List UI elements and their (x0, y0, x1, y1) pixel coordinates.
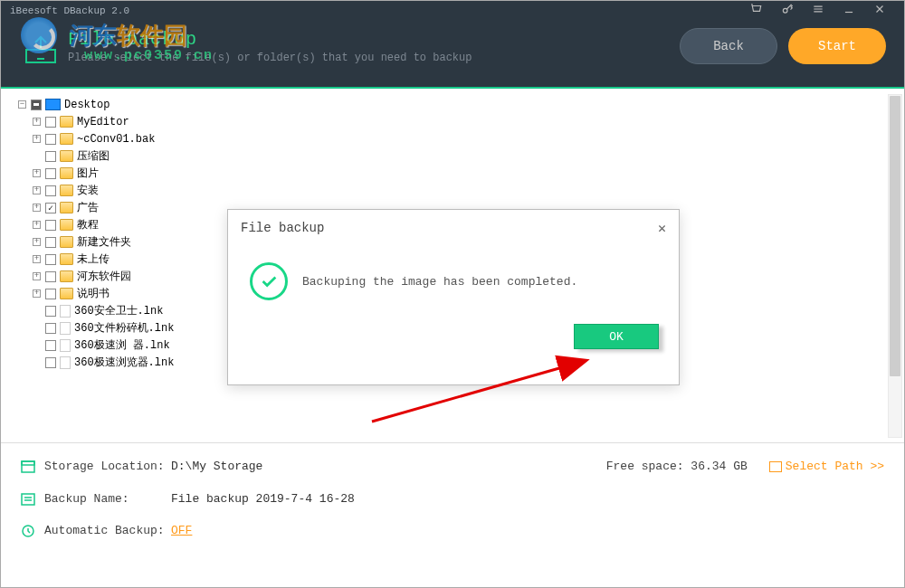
expander-icon[interactable]: − (17, 100, 27, 109)
tree-row[interactable]: −Desktop (17, 96, 899, 113)
checkbox[interactable] (45, 323, 56, 334)
expander-spacer (32, 306, 42, 316)
file-icon (60, 322, 71, 335)
tree-row[interactable]: +图片 (32, 165, 899, 182)
folder-icon (60, 185, 73, 196)
close-icon[interactable] (873, 3, 886, 19)
checkbox[interactable] (45, 151, 56, 162)
tree-row[interactable]: +~cConv01.bak (32, 130, 899, 147)
checkbox[interactable] (45, 220, 56, 231)
file-icon (60, 356, 71, 369)
completion-dialog: File backup ✕ Backuping the image has be… (227, 209, 680, 385)
tree-label: 360极速浏 器.lnk (74, 337, 170, 353)
tree-row[interactable]: +安装 (32, 182, 899, 199)
checkbox[interactable]: ✓ (45, 203, 56, 213)
scrollbar-thumb[interactable] (890, 96, 900, 376)
backup-name-value[interactable]: File backup 2019-7-4 16-28 (171, 492, 884, 506)
svg-rect-2 (37, 58, 44, 60)
folder-icon (60, 133, 73, 145)
checkbox[interactable] (45, 357, 56, 368)
back-button[interactable]: Back (680, 28, 777, 64)
expander-icon[interactable]: + (32, 185, 42, 195)
checkbox[interactable] (45, 185, 56, 196)
header-main: File backup Please select the file(s) or… (1, 21, 904, 64)
desktop-icon (45, 99, 61, 110)
tree-label: 图片 (77, 166, 99, 181)
free-space: Free space: 36.34 GB (606, 460, 748, 473)
checkbox[interactable] (45, 237, 56, 248)
checkbox[interactable] (45, 134, 56, 145)
tree-label: MyEditor (77, 116, 129, 128)
auto-backup-label: Automatic Backup: (44, 524, 171, 537)
expander-icon[interactable]: + (32, 271, 42, 281)
file-icon (60, 339, 71, 352)
expander-icon[interactable]: + (32, 168, 42, 178)
minimize-icon[interactable] (843, 3, 855, 19)
checkbox[interactable] (45, 289, 56, 299)
checkbox[interactable] (45, 340, 56, 351)
folder-icon (60, 150, 73, 162)
folder-icon (60, 167, 73, 179)
tree-label: 教程 (77, 217, 99, 232)
svg-rect-6 (22, 461, 34, 465)
backup-name-label: Backup Name: (44, 492, 171, 506)
folder-icon (60, 270, 73, 282)
expander-icon[interactable]: + (32, 237, 42, 247)
tree-label: 360安全卫士.lnk (74, 303, 163, 318)
storage-location-label: Storage Location: (44, 460, 171, 473)
expander-icon[interactable]: + (32, 117, 42, 127)
auto-backup-toggle[interactable]: OFF (171, 524, 192, 537)
folder-icon (60, 288, 73, 299)
expander-icon[interactable]: + (32, 254, 42, 264)
dialog-message: Backuping the image has been completed. (302, 275, 577, 289)
folder-icon (60, 116, 73, 128)
footer: Storage Location: D:\My Storage Free spa… (1, 442, 904, 587)
checkbox[interactable] (31, 100, 42, 110)
expander-icon[interactable]: + (32, 134, 42, 144)
header-buttons: Back Start (680, 28, 886, 64)
tree-label: 未上传 (77, 251, 110, 267)
ok-button[interactable]: OK (574, 324, 659, 349)
expander-icon[interactable]: + (32, 289, 42, 299)
auto-backup-icon (21, 525, 35, 537)
dialog-close-icon[interactable]: ✕ (658, 220, 666, 237)
expander-spacer (32, 323, 42, 333)
storage-location-value: D:\My Storage (171, 460, 606, 473)
svg-rect-1 (26, 50, 55, 62)
file-backup-icon (24, 33, 57, 64)
folder-icon (60, 202, 73, 213)
checkbox[interactable] (45, 117, 56, 128)
checkbox[interactable] (45, 306, 56, 317)
expander-icon[interactable]: + (32, 220, 42, 230)
auto-backup-row: Automatic Backup: OFF (1, 515, 904, 546)
tree-label: Desktop (64, 99, 110, 111)
expander-spacer (32, 357, 42, 367)
select-path-button[interactable]: Select Path >> (769, 460, 884, 473)
tree-row[interactable]: +MyEditor (32, 113, 899, 130)
tree-label: 说明书 (77, 286, 110, 301)
folder-icon (60, 219, 73, 231)
scrollbar[interactable] (888, 94, 902, 438)
checkbox[interactable] (45, 254, 56, 265)
start-button[interactable]: Start (788, 28, 886, 64)
success-check-icon (250, 262, 288, 300)
file-icon (60, 305, 71, 318)
checkbox[interactable] (45, 271, 56, 282)
checkbox[interactable] (45, 168, 56, 179)
svg-rect-7 (22, 494, 34, 505)
expander-spacer (32, 340, 42, 350)
folder-icon (60, 236, 73, 248)
menu-icon[interactable] (812, 3, 824, 19)
page-title: File backup (68, 29, 680, 50)
tree-label: 河东软件园 (77, 269, 131, 284)
expander-icon[interactable]: + (32, 203, 42, 213)
key-icon[interactable] (781, 3, 794, 19)
tree-row[interactable]: 压缩图 (32, 147, 899, 165)
cart-icon[interactable] (750, 3, 763, 19)
app-title: iBeesoft DBackup 2.0 (10, 5, 129, 16)
dialog-header: File backup ✕ (228, 210, 679, 246)
tree-label: 广告 (77, 200, 99, 215)
dialog-body: Backuping the image has been completed. (228, 246, 679, 309)
tree-label: 新建文件夹 (77, 234, 131, 250)
svg-point-0 (783, 8, 787, 13)
